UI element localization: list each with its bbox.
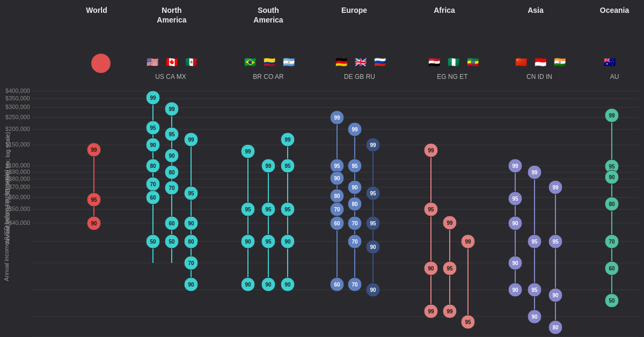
svg-text:60: 60 xyxy=(169,221,175,226)
svg-text:99: 99 xyxy=(352,127,358,133)
svg-text:90: 90 xyxy=(609,174,615,180)
svg-text:95: 95 xyxy=(265,239,272,245)
svg-text:95: 95 xyxy=(352,163,358,169)
svg-text:$150,000: $150,000 xyxy=(5,141,30,148)
svg-text:60: 60 xyxy=(609,266,615,272)
svg-text:60: 60 xyxy=(334,282,340,288)
svg-text:90: 90 xyxy=(150,142,156,148)
svg-text:99: 99 xyxy=(188,137,194,143)
svg-text:80: 80 xyxy=(188,239,194,245)
svg-text:70: 70 xyxy=(188,260,194,266)
svg-text:90: 90 xyxy=(428,266,434,272)
svg-text:95: 95 xyxy=(150,125,156,131)
svg-text:95: 95 xyxy=(370,191,376,196)
svg-text:95: 95 xyxy=(531,287,538,293)
svg-text:50: 50 xyxy=(150,239,156,245)
svg-text:90: 90 xyxy=(512,221,518,226)
svg-text:95: 95 xyxy=(428,207,434,213)
svg-text:99: 99 xyxy=(465,239,471,245)
svg-text:$90,000: $90,000 xyxy=(9,169,30,175)
svg-text:80: 80 xyxy=(352,201,358,207)
svg-text:80: 80 xyxy=(552,325,559,331)
svg-text:90: 90 xyxy=(91,221,97,226)
svg-text:50: 50 xyxy=(609,298,615,304)
svg-text:95: 95 xyxy=(512,196,518,202)
svg-text:99: 99 xyxy=(512,163,518,169)
svg-text:60: 60 xyxy=(150,195,156,201)
svg-text:99: 99 xyxy=(265,163,272,169)
chart-container: Annual income (USD before tax; log scale… xyxy=(0,0,644,337)
svg-text:90: 90 xyxy=(334,175,340,181)
svg-text:95: 95 xyxy=(447,266,453,272)
svg-text:99: 99 xyxy=(91,147,97,153)
svg-text:90: 90 xyxy=(169,153,175,159)
svg-text:95: 95 xyxy=(465,319,471,325)
svg-text:90: 90 xyxy=(512,287,518,293)
svg-text:95: 95 xyxy=(169,131,175,137)
svg-text:99: 99 xyxy=(245,149,251,155)
svg-text:90: 90 xyxy=(245,239,251,245)
svg-text:90: 90 xyxy=(245,282,251,288)
svg-text:95: 95 xyxy=(609,164,615,170)
svg-text:90: 90 xyxy=(352,185,358,191)
svg-text:70: 70 xyxy=(352,221,358,226)
svg-text:$350,000: $350,000 xyxy=(5,95,30,101)
svg-text:$100,000: $100,000 xyxy=(5,162,30,169)
svg-text:80: 80 xyxy=(609,201,615,207)
svg-text:95: 95 xyxy=(531,239,538,245)
svg-text:90: 90 xyxy=(512,260,518,266)
svg-text:99: 99 xyxy=(531,170,538,175)
svg-text:95: 95 xyxy=(188,191,194,196)
svg-text:90: 90 xyxy=(370,244,376,250)
svg-text:99: 99 xyxy=(428,148,434,153)
svg-text:95: 95 xyxy=(284,163,291,169)
svg-text:80: 80 xyxy=(334,193,340,199)
svg-text:$300,000: $300,000 xyxy=(5,104,30,110)
svg-text:95: 95 xyxy=(245,207,251,213)
svg-text:70: 70 xyxy=(352,282,358,288)
svg-text:90: 90 xyxy=(284,282,291,288)
svg-text:99: 99 xyxy=(334,115,340,121)
svg-text:50: 50 xyxy=(169,239,175,245)
chart-svg: $400,000 $350,000 $300,000 $250,000 $200… xyxy=(0,0,644,337)
svg-text:95: 95 xyxy=(334,163,340,169)
svg-text:95: 95 xyxy=(91,197,97,203)
svg-text:Annual income (USD before tax;: Annual income (USD before tax; log scale… xyxy=(3,170,10,281)
svg-text:95: 95 xyxy=(265,207,272,213)
svg-text:99: 99 xyxy=(552,185,559,191)
svg-text:99: 99 xyxy=(284,137,291,143)
svg-text:95: 95 xyxy=(370,221,376,226)
svg-text:90: 90 xyxy=(552,292,559,298)
svg-text:$200,000: $200,000 xyxy=(5,126,30,132)
svg-text:95: 95 xyxy=(552,239,559,245)
svg-text:90: 90 xyxy=(531,314,538,320)
svg-text:$400,000: $400,000 xyxy=(5,87,30,94)
svg-text:$40,000: $40,000 xyxy=(9,219,30,226)
svg-text:90: 90 xyxy=(284,239,291,245)
svg-text:$250,000: $250,000 xyxy=(5,114,30,120)
svg-text:99: 99 xyxy=(169,106,175,112)
svg-text:99: 99 xyxy=(609,113,615,119)
svg-text:99: 99 xyxy=(150,95,156,101)
svg-text:90: 90 xyxy=(370,287,376,293)
svg-text:99: 99 xyxy=(370,142,376,148)
svg-text:$80,000: $80,000 xyxy=(9,175,30,182)
svg-text:60: 60 xyxy=(334,221,340,226)
svg-text:99: 99 xyxy=(428,309,434,314)
svg-text:$50,000: $50,000 xyxy=(9,206,30,212)
svg-text:70: 70 xyxy=(169,185,175,191)
svg-text:80: 80 xyxy=(150,163,156,169)
svg-text:99: 99 xyxy=(447,309,453,314)
svg-text:90: 90 xyxy=(265,282,272,288)
svg-text:70: 70 xyxy=(609,239,615,245)
svg-text:90: 90 xyxy=(188,221,194,226)
svg-text:80: 80 xyxy=(169,170,175,175)
svg-text:$70,000: $70,000 xyxy=(9,184,30,190)
svg-text:70: 70 xyxy=(352,239,358,245)
svg-text:90: 90 xyxy=(188,282,194,288)
svg-text:70: 70 xyxy=(150,181,156,187)
svg-text:70: 70 xyxy=(334,207,340,213)
svg-text:95: 95 xyxy=(284,207,291,213)
svg-text:$60,000: $60,000 xyxy=(9,194,30,200)
svg-text:99: 99 xyxy=(447,220,453,226)
